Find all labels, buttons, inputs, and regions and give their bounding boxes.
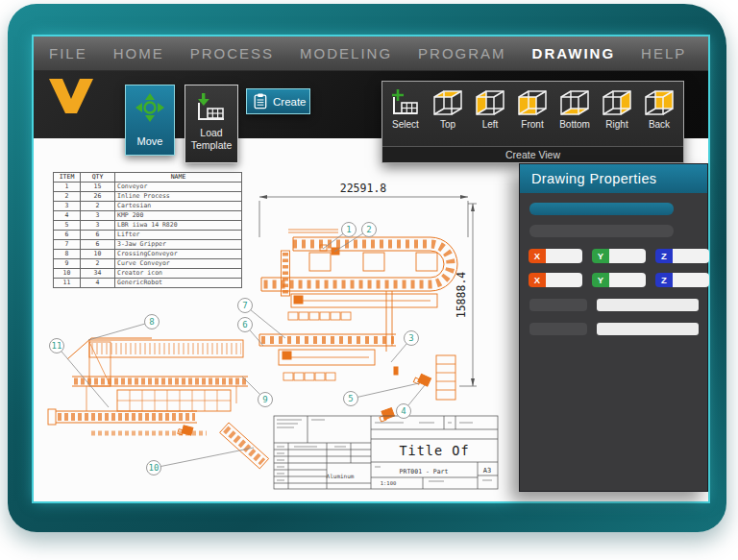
menu-item-home[interactable]: HOME: [113, 45, 164, 61]
svg-text:4: 4: [401, 406, 406, 416]
axis-value-z[interactable]: [673, 249, 709, 263]
axis-key-y: Y: [592, 273, 609, 287]
properties-field-label-2: [529, 323, 587, 335]
move-button-label: Move: [137, 135, 163, 147]
svg-text:9: 9: [262, 395, 267, 404]
logo-v-icon: [49, 79, 93, 113]
axis-value-x[interactable]: [546, 273, 582, 287]
drawing-properties-panel: Drawing Properties XYZ XYZ: [519, 163, 708, 492]
axis-input-y[interactable]: Y: [592, 273, 646, 287]
view-button-back[interactable]: Back: [638, 85, 680, 146]
axis-value-y[interactable]: [609, 273, 646, 287]
create-button-label: Create: [273, 96, 307, 108]
axis-key-x: X: [529, 273, 546, 287]
menu-item-file[interactable]: FILE: [49, 45, 87, 61]
dimension-horizontal-value: 22591.8: [340, 182, 387, 195]
load-template-button-label: Load Template: [187, 127, 235, 152]
properties-input-2[interactable]: [597, 323, 699, 335]
drawing-properties-title: Drawing Properties: [520, 164, 707, 193]
svg-text:10: 10: [149, 463, 160, 473]
axis-input-z[interactable]: Z: [655, 249, 709, 263]
screenshot-stage: FILEHOMEPROCESSMODELINGPROGRAMDRAWINGHEL…: [0, 0, 738, 560]
bottom-view-cube-icon: [558, 88, 591, 117]
create-view-group: SelectTopLeftFrontBottomRightBack Create…: [381, 81, 684, 163]
svg-text:6: 6: [242, 320, 247, 329]
view-button-bottom[interactable]: Bottom: [554, 85, 596, 146]
menu-bar: FILEHOMEPROCESSMODELINGPROGRAMDRAWINGHEL…: [34, 37, 708, 71]
properties-dropdown-field[interactable]: [529, 225, 674, 237]
axis-key-x: X: [529, 249, 546, 263]
menu-item-modeling[interactable]: MODELING: [300, 45, 392, 61]
axis-value-y[interactable]: [609, 249, 646, 263]
title-block-scale: 1:100: [381, 480, 397, 486]
view-button-front[interactable]: Front: [511, 85, 554, 146]
title-block-material: Aluminum: [327, 473, 355, 479]
svg-text:5: 5: [348, 394, 353, 403]
axis-key-y: Y: [592, 249, 609, 263]
app-window: FILEHOMEPROCESSMODELINGPROGRAMDRAWINGHEL…: [34, 37, 708, 501]
svg-text:3: 3: [408, 333, 413, 343]
axis-input-row-2: XYZ: [529, 273, 709, 287]
view-button-top[interactable]: Top: [427, 85, 469, 146]
view-button-left[interactable]: Left: [469, 85, 511, 146]
view-button-right[interactable]: Right: [596, 85, 638, 146]
load-template-button[interactable]: Load Template: [184, 85, 238, 163]
svg-text:2: 2: [366, 225, 371, 234]
title-block-sheet-size: A3: [483, 467, 491, 475]
properties-selected-field[interactable]: [529, 203, 674, 215]
load-template-icon: [195, 92, 228, 123]
title-block-title: Title Of: [399, 443, 469, 458]
elevation-view-drawing: [48, 338, 269, 469]
right-view-cube-icon: [601, 88, 633, 117]
back-view-cube-icon: [643, 88, 676, 117]
svg-text:8: 8: [149, 317, 154, 327]
front-view-cube-icon: [516, 88, 549, 117]
axis-value-z[interactable]: [673, 273, 709, 287]
title-block: Title Of PRT001 - Part A3 Aluminum 1:100: [274, 416, 498, 489]
move-icon: [135, 92, 165, 123]
axis-input-y[interactable]: Y: [592, 249, 646, 263]
create-clipboard-icon: [254, 93, 267, 110]
left-view-cube-icon: [474, 88, 506, 117]
axis-input-z[interactable]: Z: [655, 273, 709, 287]
menu-item-drawing[interactable]: DRAWING: [532, 45, 616, 61]
top-view-cube-icon: [431, 88, 464, 117]
axis-key-z: Z: [655, 273, 673, 287]
svg-text:1: 1: [346, 225, 351, 234]
properties-field-label-1: [529, 299, 587, 311]
menu-item-process[interactable]: PROCESS: [190, 45, 274, 61]
title-block-part-name: PRT001 - Part: [400, 468, 449, 475]
menu-item-program[interactable]: PROGRAM: [418, 45, 506, 61]
axis-input-x[interactable]: X: [529, 273, 582, 287]
axis-input-x[interactable]: X: [529, 249, 582, 263]
create-view-caption: Create View: [382, 146, 683, 162]
axis-value-x[interactable]: [546, 249, 582, 263]
create-view-buttons: SelectTopLeftFrontBottomRightBack: [382, 82, 683, 146]
svg-text:11: 11: [52, 341, 62, 351]
properties-input-1[interactable]: [597, 299, 699, 311]
move-button[interactable]: Move: [125, 85, 175, 156]
svg-text:7: 7: [242, 301, 247, 310]
axis-key-z: Z: [655, 249, 673, 263]
view-button-select[interactable]: Select: [384, 85, 427, 146]
dimension-vertical-value: 15888.4: [455, 272, 468, 319]
create-button[interactable]: Create: [246, 88, 310, 114]
select-view-cube-icon: [389, 88, 422, 117]
axis-input-row-1: XYZ: [529, 249, 709, 263]
menu-item-help[interactable]: HELP: [641, 45, 686, 61]
